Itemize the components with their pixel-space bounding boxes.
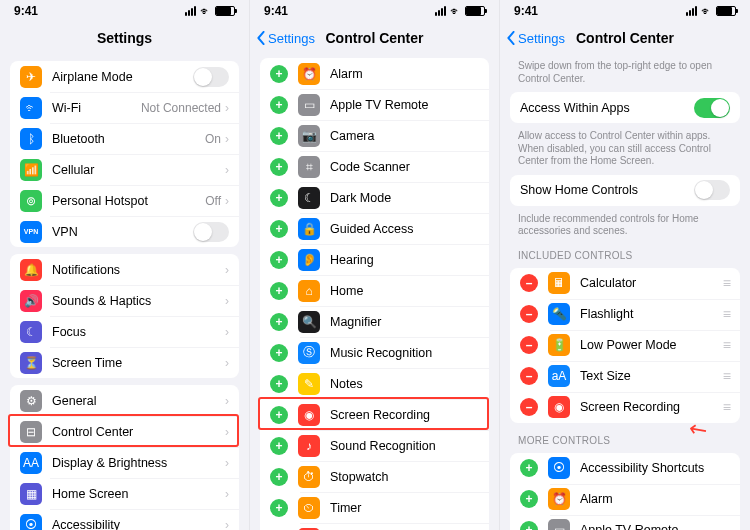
add-button[interactable]: + xyxy=(520,521,538,530)
control-add-row[interactable]: + ⌗ Code Scanner xyxy=(260,151,489,182)
chevron-icon: › xyxy=(225,163,229,177)
settings-row[interactable]: ▦ Home Screen › xyxy=(10,478,239,509)
included-control-row[interactable]: – 🖩 Calculator ≡ xyxy=(510,268,740,299)
included-control-row[interactable]: – 🔋 Low Power Mode ≡ xyxy=(510,330,740,361)
add-button[interactable]: + xyxy=(270,282,288,300)
toggle-switch[interactable] xyxy=(694,180,730,200)
control-add-row[interactable]: + ▭ Apple TV Remote xyxy=(260,89,489,120)
more-control-row[interactable]: + ⏰ Alarm xyxy=(510,484,740,515)
back-button[interactable]: Settings xyxy=(256,31,315,46)
add-button[interactable]: + xyxy=(270,499,288,517)
switches-icon: ⊟ xyxy=(20,421,42,443)
settings-row[interactable]: VPN VPN xyxy=(10,216,239,247)
row-label: Calculator xyxy=(580,276,723,290)
add-button[interactable]: + xyxy=(270,251,288,269)
control-add-row[interactable]: + ◉ Screen Recording xyxy=(260,399,489,430)
control-add-row[interactable]: + ☾ Dark Mode xyxy=(260,182,489,213)
drag-handle-icon[interactable]: ≡ xyxy=(723,399,730,415)
lock-icon: 🔒 xyxy=(298,218,320,240)
add-button[interactable]: + xyxy=(270,65,288,83)
settings-row[interactable]: AA Display & Brightness › xyxy=(10,447,239,478)
control-add-row[interactable]: + ⌂ Home xyxy=(260,275,489,306)
row-label: Screen Recording xyxy=(330,408,479,422)
drag-handle-icon[interactable]: ≡ xyxy=(723,368,730,384)
included-control-row[interactable]: – ◉ Screen Recording ≡ xyxy=(510,392,740,423)
remove-button[interactable]: – xyxy=(520,336,538,354)
settings-row[interactable]: ✈ Airplane Mode xyxy=(10,61,239,92)
add-button[interactable]: + xyxy=(520,490,538,508)
control-add-row[interactable]: + ✎ Notes xyxy=(260,368,489,399)
settings-row[interactable]: 🔊 Sounds & Haptics › xyxy=(10,285,239,316)
setting-toggle-row[interactable]: Show Home Controls xyxy=(510,175,740,206)
hourglass-icon: ⏳ xyxy=(20,352,42,374)
toggle-switch[interactable] xyxy=(193,67,229,87)
person-icon: ⦿ xyxy=(548,457,570,479)
add-button[interactable]: + xyxy=(270,313,288,331)
drag-handle-icon[interactable]: ≡ xyxy=(723,306,730,322)
included-control-row[interactable]: – 🔦 Flashlight ≡ xyxy=(510,299,740,330)
scroll-area[interactable]: + ⏰ Alarm + ▭ Apple TV Remote + 📷 Camera… xyxy=(250,54,499,530)
pane-cc-main: 9:41 ᯤ SettingsControl Center Swipe down… xyxy=(500,0,750,530)
nav-bar: SettingsControl Center xyxy=(500,22,750,54)
drag-handle-icon[interactable]: ≡ xyxy=(723,275,730,291)
vpn-icon: VPN xyxy=(20,221,42,243)
remove-button[interactable]: – xyxy=(520,398,538,416)
control-add-row[interactable]: + ⏰ Alarm xyxy=(260,58,489,89)
included-control-row[interactable]: – aA Text Size ≡ xyxy=(510,361,740,392)
add-button[interactable]: + xyxy=(270,220,288,238)
add-button[interactable]: + xyxy=(270,127,288,145)
add-button[interactable]: + xyxy=(270,96,288,114)
row-label: Accessibility xyxy=(52,518,225,531)
row-label: Flashlight xyxy=(580,307,723,321)
row-label: Code Scanner xyxy=(330,160,479,174)
settings-row[interactable]: ⚙ General › xyxy=(10,385,239,416)
control-add-row[interactable]: + 👂 Hearing xyxy=(260,244,489,275)
add-button[interactable]: + xyxy=(520,459,538,477)
status-right: ᯤ xyxy=(435,5,485,17)
add-button[interactable]: + xyxy=(270,344,288,362)
signal-icon xyxy=(686,6,697,16)
more-control-row[interactable]: + ▭ Apple TV Remote xyxy=(510,515,740,531)
row-detail: Not Connected xyxy=(141,101,221,115)
settings-row[interactable]: ᛒ Bluetooth On› xyxy=(10,123,239,154)
airplane-icon: ✈ xyxy=(20,66,42,88)
add-button[interactable]: + xyxy=(270,375,288,393)
add-button[interactable]: + xyxy=(270,468,288,486)
clock-icon: ⏰ xyxy=(548,488,570,510)
settings-row[interactable]: ⦿ Accessibility › xyxy=(10,509,239,530)
settings-row[interactable]: ⊟ Control Center › xyxy=(10,416,239,447)
control-add-row[interactable]: + ⏱ Stopwatch xyxy=(260,461,489,492)
toggle-switch[interactable] xyxy=(694,98,730,118)
add-button[interactable]: + xyxy=(270,158,288,176)
control-add-row[interactable]: + ⏲ Timer xyxy=(260,492,489,523)
remove-button[interactable]: – xyxy=(520,274,538,292)
control-add-row[interactable]: + 🔒 Guided Access xyxy=(260,213,489,244)
scroll-area[interactable]: ✈ Airplane Mode ᯤ Wi-Fi Not Connected› ᛒ… xyxy=(0,54,249,530)
control-add-row[interactable]: + 📷 Camera xyxy=(260,120,489,151)
row-label: Apple TV Remote xyxy=(580,523,730,530)
remove-button[interactable]: – xyxy=(520,367,538,385)
control-add-row[interactable]: + 🔍 Magnifier xyxy=(260,306,489,337)
more-control-row[interactable]: + ⦿ Accessibility Shortcuts xyxy=(510,453,740,484)
back-button[interactable]: Settings xyxy=(506,31,565,46)
control-add-row[interactable]: + 🎙 Voice Memos xyxy=(260,523,489,530)
chevron-icon: › xyxy=(225,394,229,408)
control-add-row[interactable]: + Ⓢ Music Recognition xyxy=(260,337,489,368)
settings-row[interactable]: 🔔 Notifications › xyxy=(10,254,239,285)
drag-handle-icon[interactable]: ≡ xyxy=(723,337,730,353)
settings-row[interactable]: ⊚ Personal Hotspot Off› xyxy=(10,185,239,216)
add-button[interactable]: + xyxy=(270,437,288,455)
settings-row[interactable]: ☾ Focus › xyxy=(10,316,239,347)
add-button[interactable]: + xyxy=(270,189,288,207)
add-button[interactable]: + xyxy=(270,406,288,424)
remove-button[interactable]: – xyxy=(520,305,538,323)
toggle-switch[interactable] xyxy=(193,222,229,242)
settings-row[interactable]: ⏳ Screen Time › xyxy=(10,347,239,378)
scroll-area[interactable]: Swipe down from the top-right edge to op… xyxy=(500,54,750,530)
settings-row[interactable]: ᯤ Wi-Fi Not Connected› xyxy=(10,92,239,123)
settings-row[interactable]: 📶 Cellular › xyxy=(10,154,239,185)
clock-icon: ⏰ xyxy=(298,63,320,85)
control-add-row[interactable]: + ♪ Sound Recognition xyxy=(260,430,489,461)
row-label: Alarm xyxy=(580,492,730,506)
setting-toggle-row[interactable]: Access Within Apps xyxy=(510,92,740,123)
